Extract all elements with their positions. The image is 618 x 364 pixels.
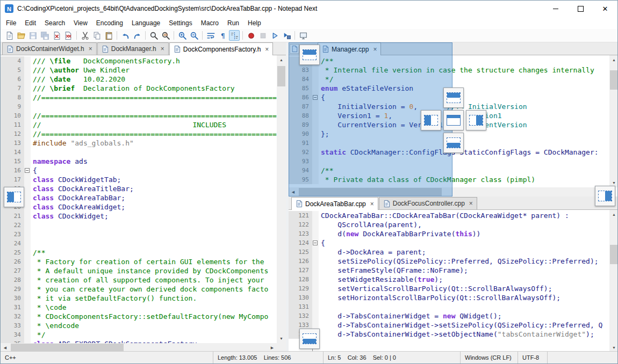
edge-drop-indicator-top[interactable] bbox=[299, 45, 320, 65]
status-language[interactable]: C++ bbox=[1, 352, 213, 363]
status-eol-format[interactable]: Windows (CR LF) bbox=[460, 352, 518, 363]
minimize-button[interactable] bbox=[543, 1, 568, 17]
bottom-right-editor[interactable]: 121CDockAreaTabBar::CDockAreaTabBar(CDoc… bbox=[289, 210, 609, 352]
monitor-button[interactable] bbox=[298, 30, 308, 41]
undo-button[interactable] bbox=[120, 30, 131, 41]
drop-indicator-bottom[interactable] bbox=[443, 133, 464, 153]
drop-indicator-center[interactable] bbox=[443, 110, 464, 130]
top-right-vertical-scrollbar[interactable]: ▲ ▼ bbox=[609, 55, 618, 187]
line-number: 23 bbox=[1, 230, 24, 239]
code-token: * A default unique instance provided by … bbox=[33, 267, 268, 275]
fold-margin bbox=[24, 266, 31, 275]
menu-view[interactable]: View bbox=[69, 18, 92, 28]
minimize-icon bbox=[553, 9, 558, 9]
menu-file[interactable]: File bbox=[2, 18, 20, 28]
drop-indicator-top[interactable] bbox=[443, 88, 464, 108]
menu-search[interactable]: Search bbox=[40, 18, 69, 28]
code-token: CDockAreaTabBar; bbox=[54, 194, 125, 202]
bottom-right-vertical-scrollbar[interactable]: ▲ ▼ bbox=[609, 210, 618, 352]
drop-indicator-left[interactable] bbox=[421, 110, 441, 130]
copy-icon bbox=[92, 31, 102, 40]
code-token: /// bbox=[33, 57, 49, 65]
line-number: 131 bbox=[289, 302, 312, 311]
zoom-in-button[interactable] bbox=[177, 30, 188, 41]
fold-collapse-marker[interactable] bbox=[25, 168, 30, 173]
scrollbar-thumb[interactable] bbox=[11, 344, 124, 352]
scrollbar-thumb[interactable] bbox=[610, 70, 618, 90]
scroll-up-arrow[interactable]: ▲ bbox=[609, 210, 618, 219]
tab-DockFocusController.cpp[interactable]: DockFocusController.cpp× bbox=[379, 197, 477, 209]
redo-button[interactable] bbox=[132, 30, 142, 41]
status-encoding[interactable]: UTF-8 bbox=[518, 352, 547, 363]
menu-help[interactable]: Help bbox=[243, 18, 265, 28]
fold-margin bbox=[24, 65, 31, 75]
close-button[interactable] bbox=[51, 30, 62, 41]
copy-button[interactable] bbox=[91, 30, 102, 41]
tab-DockManager.h[interactable]: DockManager.h× bbox=[97, 42, 169, 55]
paste-icon bbox=[104, 31, 113, 40]
tab-close-button[interactable]: × bbox=[161, 46, 164, 52]
tab-close-button[interactable]: × bbox=[370, 201, 374, 207]
tab-close-button[interactable]: × bbox=[265, 46, 269, 53]
line-number: 17 bbox=[1, 175, 24, 184]
edge-drop-indicator-left[interactable] bbox=[4, 187, 24, 207]
fold-collapse-marker[interactable] bbox=[313, 241, 318, 245]
tab-close-button[interactable]: × bbox=[469, 200, 473, 207]
toolbar-separator bbox=[76, 31, 77, 40]
menu-run[interactable]: Run bbox=[223, 18, 243, 28]
menu-settings[interactable]: Settings bbox=[164, 18, 196, 28]
record-macro-button[interactable] bbox=[246, 30, 256, 41]
code-token: QScrollArea(parent), bbox=[321, 221, 422, 229]
save-macro-button[interactable] bbox=[281, 30, 292, 41]
code-text: class ADS_EXPORT CDockComponentsFactory bbox=[31, 339, 277, 343]
maximize-button[interactable] bbox=[568, 1, 593, 17]
edge-drop-indicator-right[interactable] bbox=[595, 186, 615, 206]
tab-DockContainerWidget.h[interactable]: DockContainerWidget.h× bbox=[2, 42, 97, 55]
new-file-button[interactable] bbox=[4, 30, 15, 41]
word-wrap-button[interactable] bbox=[205, 30, 216, 41]
scroll-up-arrow[interactable]: ▲ bbox=[609, 55, 618, 64]
fold-margin bbox=[24, 184, 31, 193]
save-all-button[interactable] bbox=[39, 30, 50, 41]
show-all-characters-button[interactable]: ¶ bbox=[217, 30, 228, 41]
scrollbar-thumb[interactable] bbox=[610, 245, 618, 264]
left-vertical-scrollbar[interactable]: ▲ ▼ bbox=[277, 55, 286, 343]
zoom-out-button[interactable] bbox=[189, 30, 199, 41]
close-all-button[interactable] bbox=[63, 30, 74, 41]
code-token: DockComponentsFactory.h bbox=[70, 57, 180, 65]
drop-indicator-right[interactable] bbox=[466, 110, 486, 130]
close-button[interactable]: ✕ bbox=[593, 1, 617, 17]
edge-drop-indicator-bottom[interactable] bbox=[299, 329, 320, 349]
indent-guide-button[interactable] bbox=[229, 30, 240, 41]
paste-button[interactable] bbox=[103, 30, 114, 41]
menu-encoding[interactable]: Encoding bbox=[92, 18, 127, 28]
find-button[interactable] bbox=[148, 30, 159, 41]
code-line: 127 setFrameStyle(QFrame::NoFrame); bbox=[289, 266, 609, 275]
menu-macro[interactable]: Macro bbox=[197, 18, 223, 28]
tab-close-button[interactable]: × bbox=[89, 46, 92, 52]
code-text: /// \file DockComponentsFactory.h bbox=[31, 56, 277, 65]
fold-margin bbox=[24, 321, 31, 330]
fold-margin bbox=[24, 56, 31, 65]
open-file-button[interactable] bbox=[16, 30, 26, 41]
menu-language[interactable]: Language bbox=[127, 18, 164, 28]
tab-DockAreaTabBar.cpp[interactable]: DockAreaTabBar.cpp× bbox=[291, 197, 378, 210]
tab-DockComponentsFactory.h[interactable]: DockComponentsFactory.h× bbox=[169, 42, 274, 55]
fold-margin bbox=[24, 285, 31, 294]
left-editor[interactable]: 4/// \file DockComponentsFactory.h5/// \… bbox=[1, 55, 277, 343]
play-macro-button[interactable] bbox=[269, 30, 280, 41]
code-line: 35class ADS_EXPORT CDockComponentsFactor… bbox=[1, 339, 277, 343]
code-token: QWidget(); bbox=[455, 312, 501, 320]
scroll-up-arrow[interactable]: ▲ bbox=[277, 55, 286, 64]
replace-button[interactable]: ab bbox=[160, 30, 171, 41]
stop-recording-button[interactable] bbox=[257, 30, 268, 41]
dock-right-icon bbox=[598, 191, 612, 201]
menu-edit[interactable]: Edit bbox=[20, 18, 40, 28]
code-token: Declaration of DockComponentsFactory bbox=[75, 84, 234, 92]
cut-button[interactable] bbox=[80, 30, 90, 41]
dock-top-icon bbox=[447, 92, 461, 103]
scroll-down-arrow[interactable]: ▼ bbox=[277, 334, 286, 343]
scrollbar-thumb[interactable] bbox=[277, 66, 285, 86]
code-line: 22 bbox=[1, 221, 277, 230]
save-button[interactable] bbox=[27, 30, 38, 41]
